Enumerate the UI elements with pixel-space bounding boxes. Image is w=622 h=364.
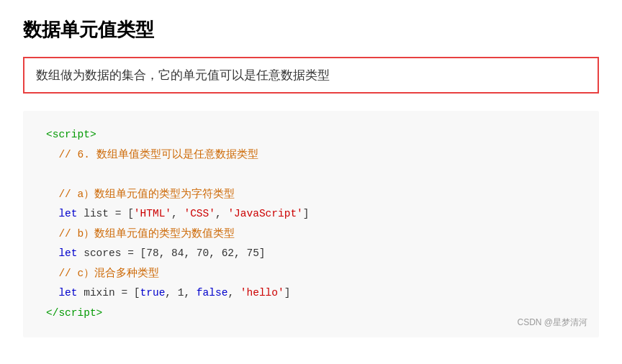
watermark: CSDN @星梦清河	[517, 314, 587, 331]
comment-a: // a）数组单元值的类型为字符类型	[58, 188, 235, 200]
let-keyword-list: let	[58, 208, 77, 219]
page-title: 数据单元值类型	[23, 17, 599, 42]
script-close-line: </script>	[46, 304, 576, 324]
list-line: let list = ['HTML', 'CSS', 'JavaScript']	[46, 204, 576, 224]
str-js: 'JavaScript'	[227, 208, 302, 219]
comment-a-line: // a）数组单元值的类型为字符类型	[46, 185, 576, 205]
script-open-tag: <script>	[46, 129, 96, 140]
bool-false: false	[197, 287, 228, 299]
num-1: , 1,	[165, 287, 197, 299]
code-block: <script> // 6. 数组单值类型可以是任意数据类型 // a）数组单元…	[23, 111, 599, 337]
str-hello: 'hello'	[240, 287, 284, 299]
comment-c-line: // c）混合多种类型	[46, 264, 576, 284]
script-open-line: <script>	[46, 125, 576, 145]
comma-str: ,	[227, 287, 240, 299]
str-html: 'HTML'	[134, 208, 171, 219]
comma-1: ,	[171, 208, 184, 219]
mixin-line: let mixin = [true, 1, false, 'hello']	[46, 283, 576, 304]
blank-line-1	[46, 165, 576, 185]
script-close-tag: </script>	[46, 307, 102, 319]
bracket-close-mixin: ]	[284, 287, 291, 299]
comment-b: // b）数组单元值的类型为数值类型	[58, 228, 235, 240]
let-keyword-scores: let	[58, 247, 77, 259]
var-mixin: mixin = [	[78, 287, 140, 299]
comment-c: // c）混合多种类型	[58, 268, 159, 279]
bool-true: true	[140, 287, 166, 299]
bracket-close-list: ]	[303, 208, 310, 219]
comment-b-line: // b）数组单元值的类型为数值类型	[46, 224, 576, 245]
comment-6: // 6. 数组单值类型可以是任意数据类型	[58, 149, 258, 160]
scores-line: let scores = [78, 84, 70, 62, 75]	[46, 244, 576, 264]
comment-6-line: // 6. 数组单值类型可以是任意数据类型	[46, 145, 576, 165]
var-list: list = [	[78, 208, 134, 219]
highlight-text: 数组做为数据的集合，它的单元值可以是任意数据类型	[36, 68, 330, 82]
str-css: 'CSS'	[184, 208, 215, 219]
comma-2: ,	[215, 208, 227, 219]
highlight-box: 数组做为数据的集合，它的单元值可以是任意数据类型	[23, 57, 599, 94]
let-keyword-mixin: let	[58, 287, 77, 299]
var-scores: scores = [78, 84, 70, 62, 75]	[78, 247, 266, 259]
